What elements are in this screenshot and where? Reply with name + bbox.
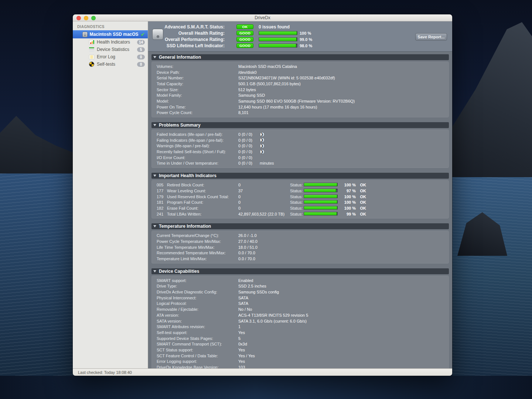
info-value: ACS-4 T13/8SR INCITS 529 revision 5 bbox=[238, 313, 449, 317]
report-scroll-area[interactable]: General InformationVolumes:Macintosh SSD… bbox=[148, 52, 452, 368]
sidebar-item-error-log[interactable]: Error Log0 bbox=[73, 53, 148, 61]
save-report-button[interactable]: Save Report... bbox=[415, 33, 447, 41]
sidebar-item-self-tests[interactable]: Self-tests0 bbox=[73, 61, 148, 68]
problem-value: 0 (0 / 0) bbox=[238, 155, 260, 160]
section-header[interactable]: Problems Summary bbox=[151, 122, 449, 128]
info-value: SATA 3.1, 6.0 Gb/s (current: 6.0 Gb/s) bbox=[238, 319, 449, 323]
health-row: 177Wear Leveling Count:37Status:97 %OK bbox=[151, 188, 449, 194]
info-label: SCT Status support: bbox=[157, 348, 238, 352]
info-value: Yes bbox=[238, 348, 449, 352]
indicator-name: Program Fail Count: bbox=[167, 200, 238, 204]
info-row: Total Capacity:500.1 GB (500,107,862,016… bbox=[151, 81, 449, 87]
health-row: 182Erase Fail Count:0Status:100 %OK bbox=[151, 205, 449, 211]
status-bar bbox=[304, 183, 338, 186]
summary-row: Overall Performance Rating:GOOD99.0 % bbox=[148, 36, 452, 42]
status-badge: GOOD bbox=[236, 31, 253, 35]
summary-row: Overall Health Rating:GOOD100 % bbox=[148, 30, 452, 36]
status-bar-cell bbox=[304, 200, 340, 204]
detail-arrow-button[interactable]: ❯ bbox=[260, 149, 265, 154]
info-value: SSD 2.5 inches bbox=[238, 284, 449, 288]
section-header[interactable]: General Information bbox=[151, 54, 449, 60]
info-label: Physical Interconnect: bbox=[157, 296, 238, 300]
section-device-capabilities: Device CapabilitiesSMART support:Enabled… bbox=[151, 268, 449, 368]
wallpaper-sea bbox=[0, 376, 532, 399]
titlebar[interactable]: DriveDx bbox=[73, 14, 452, 21]
status-bar-fill bbox=[304, 206, 337, 209]
info-row: Power Cycle Temperature Min/Max:27.0 / 4… bbox=[151, 238, 449, 244]
problem-label: Recently failed Self-tests (Short / Full… bbox=[157, 149, 238, 154]
rating-bar bbox=[259, 44, 297, 48]
info-value: Samsung SSD bbox=[238, 93, 449, 97]
info-row: ATA version:ACS-4 T13/8SR INCITS 529 rev… bbox=[151, 312, 449, 318]
problem-row: Recently failed Self-tests (Short / Full… bbox=[151, 149, 449, 155]
sidebar-item-label: Device Statistics bbox=[97, 47, 134, 52]
problem-label: Failed Indicators (life-span / pre-fail)… bbox=[157, 132, 238, 137]
indicator-name: Wear Leveling Count: bbox=[167, 189, 238, 193]
problem-extra: minutes bbox=[260, 161, 449, 165]
status-bar-fill bbox=[304, 195, 337, 198]
info-label: SATA version: bbox=[157, 319, 238, 323]
section-title: Device Capabilities bbox=[159, 269, 199, 274]
status-bar-fill bbox=[304, 183, 337, 186]
indicator-value: 0 bbox=[238, 206, 290, 210]
info-value: 0.0 / 70.0 bbox=[238, 251, 449, 255]
problem-row: Warnings (life-span / pre-fail):0 (0 / 0… bbox=[151, 143, 449, 149]
problem-suffix: minutes bbox=[260, 161, 274, 165]
status-label: Status: bbox=[290, 206, 304, 210]
close-button[interactable] bbox=[76, 16, 81, 20]
rating-percent: 100 % bbox=[300, 31, 311, 35]
info-label: SMART support: bbox=[157, 278, 238, 283]
traffic-lights bbox=[76, 16, 96, 20]
sidebar-item-label: Error Log bbox=[97, 54, 134, 59]
section-title: Important Health Indicators bbox=[159, 173, 216, 178]
info-label: Power Cycle Temperature Min/Max: bbox=[157, 239, 238, 244]
indicator-id: 241 bbox=[157, 212, 167, 216]
section-header[interactable]: Device Capabilities bbox=[151, 268, 449, 274]
count-badge: 0 bbox=[137, 55, 145, 59]
info-row: DriveDx Knowledge Base Version:103 bbox=[151, 364, 449, 368]
problem-value: 0 (0 / 0) bbox=[238, 144, 260, 148]
info-label: Volumes: bbox=[157, 64, 238, 69]
zoom-button[interactable] bbox=[91, 16, 96, 20]
section-header[interactable]: Important Health Indicators bbox=[151, 173, 449, 179]
info-label: Removable / Ejectable: bbox=[157, 307, 238, 312]
section-important-health-indicators: Important Health Indicators005Retired Bl… bbox=[151, 173, 449, 219]
section-header[interactable]: Temperature Information bbox=[151, 223, 449, 229]
detail-arrow-button[interactable]: ❯ bbox=[260, 132, 265, 137]
info-label: Self-test support: bbox=[157, 330, 238, 335]
info-label: Drive Type: bbox=[157, 284, 238, 288]
info-label: Error Logging support: bbox=[157, 359, 238, 364]
info-row: Supported Device Stats Pages:5 bbox=[151, 336, 449, 341]
detail-arrow-button[interactable]: ❯ bbox=[260, 138, 265, 142]
info-value: 18.0 / 51.0 bbox=[238, 245, 449, 250]
sidebar-item-device-statistics[interactable]: Device Statistics5 bbox=[73, 46, 148, 53]
minimize-button[interactable] bbox=[84, 16, 88, 20]
info-label: Power Cycle Count: bbox=[157, 110, 238, 115]
problem-extra: ❯ bbox=[260, 138, 449, 142]
info-value: Yes bbox=[238, 330, 449, 335]
status-bar-cell bbox=[304, 206, 340, 210]
device-label: Macintosh SSD macOS Ca... bbox=[90, 32, 139, 37]
section-temperature-information: Temperature InformationCurrent Temperatu… bbox=[151, 223, 449, 263]
sidebar-item-health-indicators[interactable]: Health Indicators14 bbox=[73, 38, 148, 46]
info-value: 512 bytes bbox=[238, 87, 449, 92]
info-label: Sector Size: bbox=[157, 87, 238, 92]
status-bar bbox=[304, 206, 338, 210]
sidebar-item-device[interactable]: Macintosh SSD macOS Ca... ✔ bbox=[73, 30, 148, 38]
indicator-name: Retired Block Count: bbox=[167, 183, 238, 187]
info-value: 5 bbox=[238, 336, 449, 341]
problem-label: Warnings (life-span / pre-fail): bbox=[157, 144, 238, 148]
summary-row: Advanced S.M.A.R.T. Status:OK0 issues fo… bbox=[148, 24, 452, 30]
wallpaper-sea bbox=[452, 177, 532, 399]
info-label: Model Family: bbox=[157, 93, 238, 97]
detail-arrow-button[interactable]: ❯ bbox=[260, 144, 265, 148]
indicator-id: 005 bbox=[157, 183, 167, 187]
info-row: Error Logging support:Yes bbox=[151, 359, 449, 365]
status-bar bbox=[304, 200, 338, 204]
indicator-id: 179 bbox=[157, 195, 167, 199]
info-row: Sector Size:512 bytes bbox=[151, 87, 449, 93]
selftest-target-icon bbox=[89, 62, 94, 67]
info-value: /dev/disk0 bbox=[238, 70, 449, 75]
status-bar-fill bbox=[304, 200, 337, 203]
indicator-value: 0 bbox=[238, 200, 290, 204]
